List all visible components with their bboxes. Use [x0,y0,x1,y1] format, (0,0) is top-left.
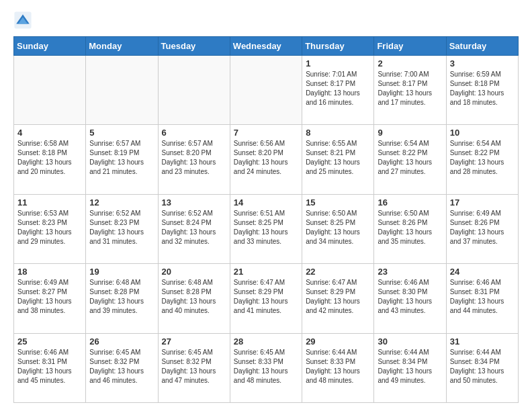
day-number: 3 [450,58,515,68]
day-info: Sunrise: 6:53 AMSunset: 8:23 PMDaylight:… [17,209,82,246]
day-number: 13 [162,197,226,208]
day-number: 31 [450,336,515,347]
calendar-cell [158,56,230,125]
calendar-cell: 16Sunrise: 6:50 AMSunset: 8:26 PMDayligh… [374,194,446,263]
day-info: Sunrise: 6:47 AMSunset: 8:29 PMDaylight:… [306,278,370,316]
day-number: 29 [306,336,370,347]
day-info: Sunrise: 6:51 AMSunset: 8:25 PMDaylight:… [234,209,298,246]
day-number: 9 [378,128,442,138]
day-info: Sunrise: 6:56 AMSunset: 8:20 PMDaylight:… [234,139,298,177]
calendar-cell: 20Sunrise: 6:48 AMSunset: 8:28 PMDayligh… [158,264,230,333]
day-info: Sunrise: 6:49 AMSunset: 8:27 PMDaylight:… [17,278,82,316]
day-info: Sunrise: 6:45 AMSunset: 8:32 PMDaylight:… [162,348,226,385]
day-number: 16 [378,197,442,208]
col-header-sunday: Sunday [14,37,86,56]
day-number: 22 [306,267,370,277]
day-info: Sunrise: 6:45 AMSunset: 8:32 PMDaylight:… [89,348,154,385]
day-number: 17 [450,197,515,208]
day-number: 12 [89,197,154,208]
day-info: Sunrise: 6:44 AMSunset: 8:33 PMDaylight:… [306,348,370,385]
day-number: 10 [450,128,515,138]
calendar-cell [86,56,158,125]
page: SundayMondayTuesdayWednesdayThursdayFrid… [0,0,532,411]
day-info: Sunrise: 6:46 AMSunset: 8:31 PMDaylight:… [450,278,515,316]
day-info: Sunrise: 6:48 AMSunset: 8:28 PMDaylight:… [162,278,226,316]
calendar-cell: 1Sunrise: 7:01 AMSunset: 8:17 PMDaylight… [302,56,374,125]
day-number: 5 [89,128,154,138]
calendar-table: SundayMondayTuesdayWednesdayThursdayFrid… [13,36,519,403]
day-info: Sunrise: 6:58 AMSunset: 8:18 PMDaylight:… [17,139,82,177]
calendar-cell: 15Sunrise: 6:50 AMSunset: 8:25 PMDayligh… [302,194,374,263]
header [13,11,519,30]
day-number: 8 [306,128,370,138]
logo-icon [13,11,32,30]
day-info: Sunrise: 6:52 AMSunset: 8:24 PMDaylight:… [162,209,226,246]
day-number: 4 [17,128,82,138]
day-info: Sunrise: 6:50 AMSunset: 8:26 PMDaylight:… [378,209,442,246]
day-info: Sunrise: 6:44 AMSunset: 8:34 PMDaylight:… [378,348,442,385]
logo [13,11,35,30]
day-number: 7 [234,128,298,138]
col-header-monday: Monday [86,37,158,56]
calendar-cell: 8Sunrise: 6:55 AMSunset: 8:21 PMDaylight… [302,125,374,194]
day-info: Sunrise: 6:46 AMSunset: 8:30 PMDaylight:… [378,278,442,316]
day-number: 19 [89,267,154,277]
calendar-cell: 30Sunrise: 6:44 AMSunset: 8:34 PMDayligh… [374,333,446,402]
calendar-cell: 19Sunrise: 6:48 AMSunset: 8:28 PMDayligh… [86,264,158,333]
calendar-cell: 7Sunrise: 6:56 AMSunset: 8:20 PMDaylight… [230,125,302,194]
day-number: 2 [378,58,442,68]
calendar-cell: 13Sunrise: 6:52 AMSunset: 8:24 PMDayligh… [158,194,230,263]
calendar-cell: 14Sunrise: 6:51 AMSunset: 8:25 PMDayligh… [230,194,302,263]
day-info: Sunrise: 6:47 AMSunset: 8:29 PMDaylight:… [234,278,298,316]
day-number: 27 [162,336,226,347]
calendar-cell: 17Sunrise: 6:49 AMSunset: 8:26 PMDayligh… [446,194,518,263]
day-info: Sunrise: 6:55 AMSunset: 8:21 PMDaylight:… [306,139,370,177]
calendar-cell: 4Sunrise: 6:58 AMSunset: 8:18 PMDaylight… [14,125,86,194]
day-number: 6 [162,128,226,138]
calendar-cell: 11Sunrise: 6:53 AMSunset: 8:23 PMDayligh… [14,194,86,263]
day-number: 24 [450,267,515,277]
day-info: Sunrise: 6:57 AMSunset: 8:19 PMDaylight:… [89,139,154,177]
calendar-cell: 6Sunrise: 6:57 AMSunset: 8:20 PMDaylight… [158,125,230,194]
day-number: 23 [378,267,442,277]
day-number: 26 [89,336,154,347]
calendar-cell: 9Sunrise: 6:54 AMSunset: 8:22 PMDaylight… [374,125,446,194]
calendar-cell [230,56,302,125]
calendar-cell: 5Sunrise: 6:57 AMSunset: 8:19 PMDaylight… [86,125,158,194]
day-info: Sunrise: 6:48 AMSunset: 8:28 PMDaylight:… [89,278,154,316]
day-number: 20 [162,267,226,277]
calendar-cell: 26Sunrise: 6:45 AMSunset: 8:32 PMDayligh… [86,333,158,402]
day-number: 18 [17,267,82,277]
calendar-cell: 21Sunrise: 6:47 AMSunset: 8:29 PMDayligh… [230,264,302,333]
day-number: 14 [234,197,298,208]
calendar-cell: 10Sunrise: 6:54 AMSunset: 8:22 PMDayligh… [446,125,518,194]
day-info: Sunrise: 7:00 AMSunset: 8:17 PMDaylight:… [378,70,442,107]
col-header-wednesday: Wednesday [230,37,302,56]
day-info: Sunrise: 6:44 AMSunset: 8:34 PMDaylight:… [450,348,515,385]
calendar-cell: 24Sunrise: 6:46 AMSunset: 8:31 PMDayligh… [446,264,518,333]
day-info: Sunrise: 6:59 AMSunset: 8:18 PMDaylight:… [450,70,515,107]
calendar-cell: 29Sunrise: 6:44 AMSunset: 8:33 PMDayligh… [302,333,374,402]
calendar-cell: 2Sunrise: 7:00 AMSunset: 8:17 PMDaylight… [374,56,446,125]
calendar-cell: 23Sunrise: 6:46 AMSunset: 8:30 PMDayligh… [374,264,446,333]
day-number: 30 [378,336,442,347]
day-info: Sunrise: 6:46 AMSunset: 8:31 PMDaylight:… [17,348,82,385]
col-header-tuesday: Tuesday [158,37,230,56]
day-info: Sunrise: 6:49 AMSunset: 8:26 PMDaylight:… [450,209,515,246]
calendar-cell: 28Sunrise: 6:45 AMSunset: 8:33 PMDayligh… [230,333,302,402]
calendar-cell: 22Sunrise: 6:47 AMSunset: 8:29 PMDayligh… [302,264,374,333]
col-header-thursday: Thursday [302,37,374,56]
day-info: Sunrise: 6:45 AMSunset: 8:33 PMDaylight:… [234,348,298,385]
day-number: 1 [306,58,370,68]
col-header-saturday: Saturday [446,37,518,56]
day-info: Sunrise: 7:01 AMSunset: 8:17 PMDaylight:… [306,70,370,107]
calendar-cell: 27Sunrise: 6:45 AMSunset: 8:32 PMDayligh… [158,333,230,402]
calendar-cell: 12Sunrise: 6:52 AMSunset: 8:23 PMDayligh… [86,194,158,263]
day-number: 11 [17,197,82,208]
calendar-cell: 3Sunrise: 6:59 AMSunset: 8:18 PMDaylight… [446,56,518,125]
calendar-cell [14,56,86,125]
day-number: 25 [17,336,82,347]
day-number: 28 [234,336,298,347]
day-info: Sunrise: 6:52 AMSunset: 8:23 PMDaylight:… [89,209,154,246]
day-info: Sunrise: 6:54 AMSunset: 8:22 PMDaylight:… [450,139,515,177]
